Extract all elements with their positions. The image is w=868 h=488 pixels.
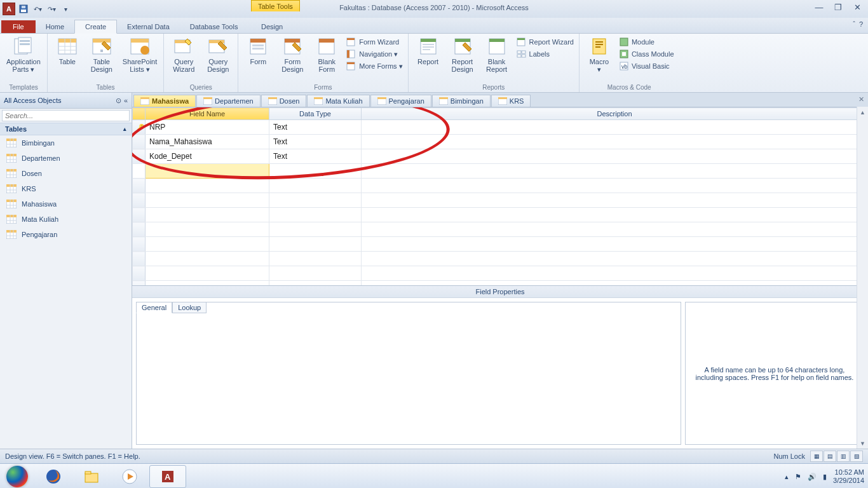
tray-action-center-icon[interactable]: ⚑ bbox=[795, 473, 801, 481]
doctab-bimbingan[interactable]: Bimbingan bbox=[432, 95, 491, 107]
collapse-group-icon[interactable]: ▴ bbox=[123, 126, 126, 132]
vertical-scrollbar[interactable]: ▲ ▼ bbox=[857, 107, 868, 449]
query-design-button[interactable]: Query Design bbox=[202, 35, 234, 74]
doctab-mata-kuliah[interactable]: Mata Kuliah bbox=[307, 95, 369, 107]
view-design-icon[interactable]: ▦ bbox=[810, 451, 823, 462]
tab-home[interactable]: Home bbox=[36, 20, 74, 33]
col-data-type[interactable]: Data Type bbox=[269, 108, 362, 120]
minimize-button[interactable]: ― bbox=[812, 3, 826, 12]
taskbar-mediaplayer[interactable] bbox=[111, 465, 148, 488]
design-empty-row[interactable] bbox=[133, 193, 868, 208]
svg-rect-41 bbox=[423, 49, 430, 50]
taskbar-explorer[interactable] bbox=[73, 465, 110, 488]
design-row[interactable]: Nama_MahasiswaText bbox=[133, 135, 868, 149]
minimize-ribbon-icon[interactable]: ˆ bbox=[853, 20, 855, 28]
qat-customize-icon[interactable]: ▾ bbox=[60, 3, 71, 15]
design-new-row[interactable] bbox=[133, 164, 868, 179]
nav-item-krs[interactable]: KRS bbox=[0, 181, 132, 196]
nav-item-departemen[interactable]: Departemen bbox=[0, 151, 132, 166]
nav-item-mahasiswa[interactable]: Mahasiswa bbox=[0, 196, 132, 212]
nav-item-bimbingan[interactable]: Bimbingan bbox=[0, 135, 132, 151]
redo-icon[interactable]: ↷▾ bbox=[46, 3, 57, 15]
svg-rect-15 bbox=[100, 50, 103, 52]
tab-file[interactable]: File bbox=[1, 20, 36, 33]
macro-button[interactable]: Macro ▾ bbox=[583, 35, 615, 74]
scroll-up-icon[interactable]: ▲ bbox=[857, 107, 868, 118]
more-forms-button[interactable]: More Forms ▾ bbox=[345, 60, 403, 72]
col-description[interactable]: Description bbox=[362, 108, 868, 120]
doctab-pengajaran[interactable]: Pengajaran bbox=[370, 95, 431, 107]
module-button[interactable]: Module bbox=[618, 36, 675, 48]
design-row[interactable]: Kode_DepetText bbox=[133, 149, 868, 164]
access-app-icon[interactable]: A bbox=[3, 3, 15, 15]
taskbar-firefox[interactable] bbox=[35, 465, 72, 488]
table-design-grid[interactable]: Field Name Data Type Description 🔑NRPTex… bbox=[132, 107, 868, 286]
design-empty-row[interactable] bbox=[133, 266, 868, 281]
start-button[interactable] bbox=[0, 464, 34, 488]
restore-button[interactable]: ❐ bbox=[831, 3, 845, 12]
blank-report-button[interactable]: Blank Report bbox=[481, 35, 513, 74]
form-wizard-button[interactable]: Form Wizard bbox=[345, 36, 403, 48]
tray-network-icon[interactable]: ▮ bbox=[823, 473, 827, 481]
fp-tab-general[interactable]: General bbox=[136, 302, 172, 313]
report-design-button[interactable]: Report Design bbox=[447, 35, 478, 74]
doctab-departemen[interactable]: Departemen bbox=[196, 95, 261, 107]
tray-volume-icon[interactable]: 🔊 bbox=[808, 473, 817, 481]
fp-tab-lookup[interactable]: Lookup bbox=[172, 302, 207, 313]
tray-clock[interactable]: 10:52 AM3/29/2014 bbox=[833, 468, 864, 484]
field-properties-panel[interactable]: General Lookup bbox=[136, 302, 681, 445]
svg-rect-2 bbox=[22, 6, 25, 8]
nav-group-tables[interactable]: Tables▴ bbox=[0, 123, 132, 135]
svg-rect-25 bbox=[252, 44, 264, 46]
doctab-mahasiswa[interactable]: Mahasiswa bbox=[133, 95, 196, 107]
design-empty-row[interactable] bbox=[133, 281, 868, 287]
nav-item-pengajaran[interactable]: Pengajaran bbox=[0, 227, 132, 242]
table-button[interactable]: Table bbox=[51, 35, 83, 67]
close-button[interactable]: ✕ bbox=[850, 3, 864, 12]
nav-item-dosen[interactable]: Dosen bbox=[0, 166, 132, 181]
svg-rect-67 bbox=[6, 154, 17, 156]
save-icon[interactable] bbox=[18, 3, 29, 15]
view-pivottable-icon[interactable]: ▥ bbox=[837, 451, 850, 462]
nav-collapse-icon[interactable]: « bbox=[124, 97, 128, 105]
doctab-krs[interactable]: KRS bbox=[491, 95, 531, 107]
taskbar-access[interactable]: A bbox=[149, 465, 186, 488]
design-empty-row[interactable] bbox=[133, 237, 868, 252]
sharepoint-lists-button[interactable]: SharePoint Lists ▾ bbox=[120, 35, 159, 74]
nav-header[interactable]: All Access Objects ⊙« bbox=[0, 93, 132, 109]
table-design-button[interactable]: Table Design bbox=[86, 35, 118, 74]
close-tab-icon[interactable]: ✕ bbox=[858, 95, 864, 104]
form-button[interactable]: Form bbox=[242, 35, 274, 67]
class-module-button[interactable]: Class Module bbox=[618, 48, 675, 60]
view-datasheet-icon[interactable]: ▤ bbox=[824, 451, 836, 462]
report-wizard-button[interactable]: Report Wizard bbox=[515, 36, 575, 48]
design-empty-row[interactable] bbox=[133, 222, 868, 237]
view-pivotchart-icon[interactable]: ▧ bbox=[850, 451, 863, 462]
design-empty-row[interactable] bbox=[133, 208, 868, 222]
nav-item-mata-kuliah[interactable]: Mata Kuliah bbox=[0, 212, 132, 227]
tab-external-data[interactable]: External Data bbox=[117, 20, 180, 33]
navigation-button[interactable]: Navigation ▾ bbox=[345, 48, 403, 60]
scroll-down-icon[interactable]: ▼ bbox=[857, 438, 868, 449]
tab-design[interactable]: Design bbox=[251, 20, 293, 33]
application-parts-button[interactable]: Application Parts ▾ bbox=[4, 35, 43, 74]
tray-show-hidden-icon[interactable]: ▴ bbox=[785, 473, 789, 481]
nav-dropdown-icon[interactable]: ⊙ bbox=[116, 97, 121, 105]
blank-form-button[interactable]: Blank Form bbox=[311, 35, 342, 74]
row-selector-header[interactable] bbox=[133, 108, 146, 120]
doctab-dosen[interactable]: Dosen bbox=[261, 95, 307, 107]
help-icon[interactable]: ? bbox=[859, 20, 863, 28]
labels-button[interactable]: Labels bbox=[515, 48, 575, 60]
design-empty-row[interactable] bbox=[133, 179, 868, 193]
col-field-name[interactable]: Field Name bbox=[146, 108, 269, 120]
design-empty-row[interactable] bbox=[133, 252, 868, 266]
undo-icon[interactable]: ↶▾ bbox=[32, 3, 43, 15]
report-button[interactable]: Report bbox=[412, 35, 444, 67]
tab-database-tools[interactable]: Database Tools bbox=[180, 20, 248, 33]
search-input[interactable] bbox=[2, 110, 130, 121]
tab-create[interactable]: Create bbox=[74, 20, 117, 34]
visual-basic-button[interactable]: vbVisual Basic bbox=[618, 60, 675, 72]
query-wizard-button[interactable]: Query Wizard bbox=[168, 35, 200, 74]
design-row[interactable]: 🔑NRPText bbox=[133, 120, 868, 135]
form-design-button[interactable]: Form Design bbox=[276, 35, 308, 74]
